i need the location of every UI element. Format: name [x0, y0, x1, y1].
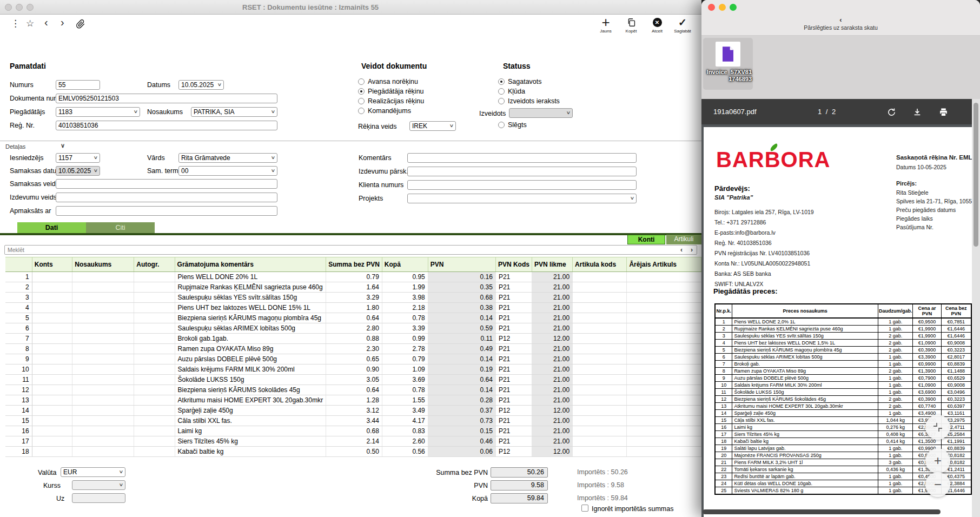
- cell-autogr[interactable]: [134, 344, 175, 354]
- cell-grāmatojuma-komentārs[interactable]: Cāla stilbi XXL fas.: [175, 416, 326, 426]
- cell-nosaukums[interactable]: [72, 416, 134, 426]
- cell-pvn-likme[interactable]: 21.00: [532, 344, 572, 354]
- cell-pvn[interactable]: 0.14: [428, 354, 495, 364]
- cell-konts[interactable]: [32, 282, 72, 293]
- cell-rownum[interactable]: 16: [5, 426, 32, 436]
- column-header-summa-bez-pvn[interactable]: Summa bez PVN: [326, 257, 382, 272]
- cell-konts[interactable]: [32, 293, 72, 303]
- cell-konts[interactable]: [32, 303, 72, 313]
- cell-konts[interactable]: [32, 334, 72, 344]
- sam-term-select[interactable]: 00∨: [178, 166, 277, 176]
- cell-artikula-kods[interactable]: [573, 344, 627, 354]
- cell-autogr[interactable]: [134, 375, 175, 385]
- cell-pvn-likme[interactable]: 21.00: [532, 293, 572, 303]
- cell-nosaukums[interactable]: [72, 375, 134, 385]
- cell-rownum[interactable]: 2: [5, 282, 32, 293]
- cell-ārējais-artikuls[interactable]: [627, 436, 701, 447]
- zoom-window-button[interactable]: [27, 4, 34, 11]
- cell-rownum[interactable]: 18: [5, 447, 32, 457]
- zoom-out-button[interactable]: −: [925, 472, 950, 497]
- cell-rownum[interactable]: 15: [5, 416, 32, 426]
- cell-rownum[interactable]: 1: [5, 272, 32, 282]
- cell-pvn[interactable]: 0.19: [428, 364, 495, 375]
- cell-summa-bez-pvn[interactable]: 0.90: [326, 364, 382, 375]
- cell-kopā[interactable]: 2.60: [382, 436, 428, 447]
- cell-pvn-likme[interactable]: 21.00: [532, 385, 572, 395]
- cell-pvn-kods[interactable]: P21: [495, 282, 532, 293]
- copy-button[interactable]: Kopēt: [618, 16, 644, 34]
- cell-grāmatojuma-komentārs[interactable]: Sparģeļi zaļie 450g: [175, 406, 326, 416]
- cell-ārējais-artikuls[interactable]: [627, 364, 701, 375]
- cell-kopā[interactable]: 0.79: [382, 354, 428, 364]
- cell-pvn-kods[interactable]: P21: [495, 344, 532, 354]
- klienta-numurs-input[interactable]: [407, 180, 637, 190]
- cell-artikula-kods[interactable]: [573, 416, 627, 426]
- cell-nosaukums[interactable]: [72, 395, 134, 406]
- izveidots-select[interactable]: ∨: [509, 108, 573, 118]
- cell-nosaukums[interactable]: [72, 313, 134, 323]
- dokumenta-num-input[interactable]: EMLV095250121503: [56, 94, 277, 103]
- cell-konts[interactable]: [32, 354, 72, 364]
- ignore-imported-checkbox[interactable]: [581, 505, 588, 512]
- cell-nosaukums[interactable]: [72, 447, 134, 457]
- cell-autogr[interactable]: [134, 303, 175, 313]
- attachment-tile[interactable]: Invoice_57XV81 1746893: [703, 38, 753, 90]
- cell-autogr[interactable]: [134, 385, 175, 395]
- cell-pvn-kods[interactable]: P21: [495, 426, 532, 436]
- cell-autogr[interactable]: [134, 395, 175, 406]
- cell-nosaukums[interactable]: [72, 354, 134, 364]
- cell-autogr[interactable]: [134, 272, 175, 282]
- cell-artikula-kods[interactable]: [573, 406, 627, 416]
- cell-artikula-kods[interactable]: [573, 334, 627, 344]
- cell-nosaukums[interactable]: [72, 282, 134, 293]
- cell-autogr[interactable]: [134, 364, 175, 375]
- cell-kopā[interactable]: 3.98: [382, 293, 428, 303]
- cell-nosaukums[interactable]: [72, 323, 134, 334]
- cell-rownum[interactable]: 17: [5, 436, 32, 447]
- cell-pvn-likme[interactable]: 12.00: [532, 447, 572, 457]
- cell-pvn[interactable]: 0.73: [428, 416, 495, 426]
- cell-pvn-kods[interactable]: P12: [495, 447, 532, 457]
- forward-icon[interactable]: ›: [61, 16, 64, 28]
- cell-pvn[interactable]: 0.14: [428, 313, 495, 323]
- radio-kļūda[interactable]: Kļūda: [498, 87, 560, 96]
- cell-pvn-kods[interactable]: P21: [495, 272, 532, 282]
- cell-summa-bez-pvn[interactable]: 2.14: [326, 436, 382, 447]
- cell-grāmatojuma-komentārs[interactable]: Atkritumu maisi HOME EXPERT 30L 20gab.30…: [175, 395, 326, 406]
- cell-autogr[interactable]: [134, 334, 175, 344]
- vertical-scrollbar-thumb[interactable]: [974, 103, 978, 247]
- cell-ārējais-artikuls[interactable]: [627, 303, 701, 313]
- cell-nosaukums[interactable]: [72, 436, 134, 447]
- cell-konts[interactable]: [32, 447, 72, 457]
- cell-pvn-kods[interactable]: P21: [495, 313, 532, 323]
- cell-pvn[interactable]: 0.35: [428, 282, 495, 293]
- cell-grāmatojuma-komentārs[interactable]: Auzu pārslas DOBELE plēvē 500g: [175, 354, 326, 364]
- cell-pvn-kods[interactable]: P12: [495, 334, 532, 344]
- izdevumu-veids-input[interactable]: [56, 193, 277, 202]
- cell-kopā[interactable]: 3.39: [382, 323, 428, 334]
- cell-konts[interactable]: [32, 395, 72, 406]
- cell-autogr[interactable]: [134, 323, 175, 334]
- cell-pvn[interactable]: 0.59: [428, 323, 495, 334]
- cell-nosaukums[interactable]: [72, 303, 134, 313]
- cell-pvn-likme[interactable]: 21.00: [532, 426, 572, 436]
- cell-konts[interactable]: [32, 426, 72, 436]
- back-chevron-icon[interactable]: ‹: [701, 16, 980, 24]
- cell-ārējais-artikuls[interactable]: [627, 282, 701, 293]
- cell-grāmatojuma-komentārs[interactable]: Saulespuķu sēklas YES svītr.sālītas 150g: [175, 293, 326, 303]
- cell-nosaukums[interactable]: [72, 364, 134, 375]
- minimize-window-button[interactable]: [719, 4, 726, 11]
- cell-ārējais-artikuls[interactable]: [627, 375, 701, 385]
- cell-pvn-likme[interactable]: 21.00: [532, 313, 572, 323]
- cell-pvn-likme[interactable]: 21.00: [532, 436, 572, 447]
- samaksas-veids-input[interactable]: [56, 179, 277, 189]
- radio-sagatavots[interactable]: Sagatavots: [498, 77, 560, 87]
- cell-konts[interactable]: [32, 364, 72, 375]
- cell-pvn-likme[interactable]: 21.00: [532, 282, 572, 293]
- cell-summa-bez-pvn[interactable]: 3.44: [326, 416, 382, 426]
- rotate-icon[interactable]: [885, 106, 897, 118]
- cell-summa-bez-pvn[interactable]: 2.80: [326, 323, 382, 334]
- cell-pvn[interactable]: 0.37: [428, 406, 495, 416]
- cell-artikula-kods[interactable]: [573, 323, 627, 334]
- cell-summa-bez-pvn[interactable]: 0.79: [326, 272, 382, 282]
